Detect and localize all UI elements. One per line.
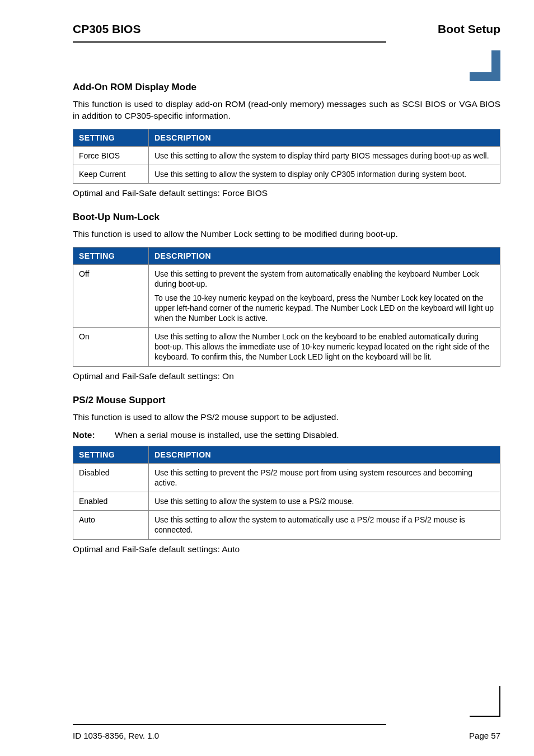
setting-cell: Enabled [73,492,149,510]
default-settings-line: Optimal and Fail-Safe default settings: … [73,371,500,381]
table-header-setting: SETTING [73,446,149,463]
table-header-setting: SETTING [73,129,149,146]
table-header-description: DESCRIPTION [149,248,500,265]
description-paragraph: Use this setting to allow the system to … [154,515,494,535]
table-row: EnabledUse this setting to allow the sys… [73,492,500,510]
description-paragraph: Use this setting to allow the system to … [154,151,494,161]
setting-cell: Disabled [73,463,149,492]
setting-cell: On [73,328,149,367]
description-paragraph: Use this setting to allow the system to … [154,169,494,179]
note-row: Note:When a serial mouse is installed, u… [73,430,500,440]
setting-cell: Auto [73,511,149,539]
note-label: Note: [73,430,115,440]
table-row: Keep CurrentUse this setting to allow th… [73,165,500,184]
settings-table: SETTINGDESCRIPTIONOffUse this setting to… [73,247,500,367]
default-settings-line: Optimal and Fail-Safe default settings: … [73,544,500,554]
default-settings-line: Optimal and Fail-Safe default settings: … [73,188,500,198]
footer-rule [73,724,386,725]
section-title: Add-On ROM Display Mode [73,82,500,93]
table-row: AutoUse this setting to allow the system… [73,511,500,539]
footer-doc-id: ID 1035-8356, Rev. 1.0 [73,731,159,740]
description-cell: Use this setting to allow the system to … [149,146,500,165]
header-right: Boot Setup [438,22,500,36]
setting-cell: Off [73,265,149,328]
section-intro: This function is used to allow the Numbe… [73,228,500,240]
settings-table: SETTINGDESCRIPTIONDisabledUse this setti… [73,446,500,540]
setting-cell: Force BIOS [73,146,149,165]
description-paragraph: Use this setting to allow the system to … [154,496,494,506]
header-left: CP305 BIOS [73,22,140,36]
table-header-setting: SETTING [73,248,149,265]
description-cell: Use this setting to allow the Number Loc… [149,328,500,367]
description-cell: Use this setting to prevent the system f… [149,265,500,328]
corner-logo-icon [470,50,500,81]
table-row: DisabledUse this setting to prevent the … [73,463,500,492]
description-paragraph: Use this setting to allow the Number Loc… [154,332,494,362]
footer-page-number: Page 57 [469,731,500,740]
description-cell: Use this setting to allow the system to … [149,492,500,510]
table-header-description: DESCRIPTION [149,129,500,146]
description-paragraph: To use the 10-key numeric keypad on the … [154,293,494,324]
section-title: PS/2 Mouse Support [73,395,500,406]
note-text: When a serial mouse is installed, use th… [115,430,339,440]
description-cell: Use this setting to allow the system to … [149,511,500,539]
header-rule [73,41,386,43]
table-row: OffUse this setting to prevent the syste… [73,265,500,328]
table-row: Force BIOSUse this setting to allow the … [73,146,500,165]
settings-table: SETTINGDESCRIPTIONForce BIOSUse this set… [73,129,500,184]
section-title: Boot-Up Num-Lock [73,212,500,223]
table-row: OnUse this setting to allow the Number L… [73,328,500,367]
description-paragraph: Use this setting to prevent the PS/2 mou… [154,468,494,488]
description-cell: Use this setting to prevent the PS/2 mou… [149,463,500,492]
setting-cell: Keep Current [73,165,149,184]
section-intro: This function is used to display add-on … [73,99,500,122]
section-intro: This function is used to allow the PS/2 … [73,412,500,423]
description-cell: Use this setting to allow the system to … [149,165,500,184]
description-paragraph: Use this setting to prevent the system f… [154,269,494,289]
table-header-description: DESCRIPTION [149,446,500,463]
corner-mark-icon [470,686,500,717]
